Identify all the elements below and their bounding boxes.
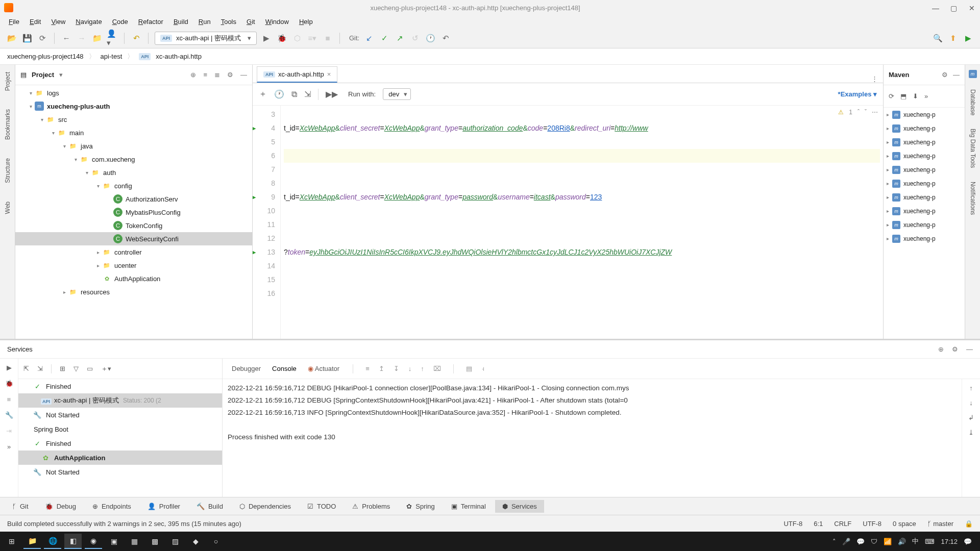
layout-icon[interactable]: ▭ (87, 365, 93, 372)
expand-icon[interactable]: ⇱ (23, 365, 29, 372)
gear-icon[interactable]: ⚙ (942, 71, 948, 79)
more-icon[interactable]: ⋯ (872, 109, 878, 116)
down-icon[interactable]: ˇ (865, 109, 867, 116)
menu-tools[interactable]: Tools (216, 16, 241, 27)
run-config-combo[interactable]: API xc-auth-api | 密码模式 ▾ (155, 32, 257, 45)
clear-icon[interactable]: ⌧ (433, 365, 441, 372)
debug-icon[interactable]: 🐞 (5, 380, 13, 387)
upload-icon[interactable]: ↑ (421, 365, 424, 372)
app3-icon[interactable]: ▩ (146, 534, 163, 549)
wrap-icon[interactable]: ↲ (968, 414, 974, 421)
close-button[interactable]: ✕ (969, 4, 976, 11)
database-strip-button[interactable]: Database (969, 87, 976, 117)
group-icon[interactable]: ⊞ (60, 365, 65, 372)
save-icon[interactable]: 💾 (21, 33, 33, 44)
git-commit-icon[interactable]: ✓ (379, 33, 390, 44)
tree-node[interactable]: ▾📁com.xuecheng (15, 153, 252, 166)
tree-node[interactable]: CMybatisPlusConfig (15, 206, 252, 219)
wechat-tray-icon[interactable]: 💬 (856, 538, 865, 545)
forward-icon[interactable]: → (76, 33, 87, 44)
scroll-up-icon[interactable]: ↥ (379, 365, 384, 372)
open-icon[interactable]: 📂 (6, 33, 17, 44)
menu-window[interactable]: Window (261, 16, 293, 27)
gear-icon[interactable]: ⚙ (952, 345, 958, 353)
tree-node[interactable]: ▾📁src (15, 113, 252, 126)
hide-icon[interactable]: — (953, 71, 960, 79)
git-clock-icon[interactable]: 🕐 (425, 33, 436, 44)
coverage-icon[interactable]: ⬡ (291, 33, 303, 44)
debug-icon[interactable]: 🐞 (276, 33, 287, 44)
split-icon[interactable]: ⫞ (481, 365, 485, 372)
console-tab[interactable]: Console (271, 363, 298, 374)
hide-icon[interactable]: — (966, 345, 973, 353)
web-strip-button[interactable]: Web (4, 198, 11, 217)
structure-strip-button[interactable]: Structure (4, 155, 11, 186)
tree-node[interactable]: CWebSecurityConfi (15, 232, 252, 245)
menu-view[interactable]: View (46, 16, 70, 27)
maven-node[interactable]: ▸mxuecheng-p (884, 163, 965, 177)
ide-update-icon[interactable]: ⬆ (947, 33, 959, 44)
dropdown-icon[interactable]: ▾ (59, 71, 63, 79)
stop-icon[interactable]: ■ (322, 33, 333, 44)
up-arrow-icon[interactable]: ↑ (969, 384, 973, 392)
tree-node[interactable]: ▸📁ucenter (15, 259, 252, 272)
reload-icon[interactable]: ⟳ (889, 92, 894, 100)
network-icon[interactable]: 📶 (884, 538, 892, 545)
maven-node[interactable]: ▸mxuecheng-p (884, 204, 965, 218)
actuator-tab[interactable]: ◉ Actuator (307, 363, 340, 374)
maven-node[interactable]: ▸mxuecheng-p (884, 218, 965, 232)
maven-node[interactable]: ▸mxuecheng-p (884, 177, 965, 190)
run-all-icon[interactable]: ▶▶ (326, 89, 338, 99)
locate-icon[interactable]: ⊕ (938, 345, 944, 353)
undo-arrow-icon[interactable]: ↶ (131, 33, 142, 44)
menu-edit[interactable]: Edit (25, 16, 45, 27)
wrench-icon[interactable]: 🔧 (5, 411, 13, 419)
layout-icon[interactable]: ▤ (466, 365, 472, 372)
tree-node[interactable]: ▸📁controller (15, 245, 252, 259)
project-tree[interactable]: ▾📁logs▾mxuecheng-plus-auth▾📁src▾📁main▾📁j… (15, 85, 252, 339)
tree-node[interactable]: ▾📁java (15, 139, 252, 153)
git-revert-icon[interactable]: ↶ (440, 33, 451, 44)
more-icon[interactable]: » (924, 92, 928, 100)
filter-icon[interactable]: ▽ (74, 365, 79, 372)
service-node[interactable]: APIxc-auth-api | 密码模式 Status: 200 (2 (18, 393, 222, 408)
tree-node[interactable]: ▾📁logs (15, 86, 252, 99)
maven-node[interactable]: ▸mxuecheng-p (884, 190, 965, 204)
tree-node[interactable]: CAuthorizationServ (15, 192, 252, 206)
copy-icon[interactable]: ⧉ (291, 90, 297, 99)
menu-help[interactable]: Help (295, 16, 317, 27)
bottom-tab-endpoints[interactable]: ⊕Endpoints (85, 500, 138, 513)
bottom-tab-todo[interactable]: ☑TODO (300, 500, 343, 513)
menu-code[interactable]: Code (108, 16, 133, 27)
chevron-up-icon[interactable]: ˄ (832, 538, 836, 545)
hide-icon[interactable]: — (240, 71, 247, 79)
add-request-icon[interactable]: ＋ (259, 89, 267, 99)
chrome-icon[interactable]: ◉ (85, 534, 102, 549)
service-node[interactable]: ✓Finished (18, 436, 222, 450)
scroll-down-icon[interactable]: ↧ (394, 365, 399, 372)
bookmarks-strip-button[interactable]: Bookmarks (4, 106, 11, 143)
caret-pos-label[interactable]: 6:1 (814, 520, 823, 528)
maven-strip-icon[interactable]: m (969, 70, 977, 78)
service-node[interactable]: ✓Finished (18, 379, 222, 393)
refresh-icon[interactable]: ⟳ (37, 33, 48, 44)
menu-build[interactable]: Build (169, 16, 193, 27)
service-node[interactable]: 🔧Not Started (18, 408, 222, 422)
menu-file[interactable]: File (4, 16, 24, 27)
minimize-button[interactable]: — (932, 4, 939, 11)
edge-icon[interactable]: 🌐 (44, 534, 61, 549)
gear-icon[interactable]: ⚙ (227, 71, 233, 79)
up-icon[interactable]: ˆ (857, 109, 860, 116)
git-history-icon[interactable]: ↺ (409, 33, 421, 44)
bigdata-strip-button[interactable]: Big Data Tools (969, 127, 976, 170)
tree-node[interactable]: ▸📁resources (15, 285, 252, 298)
examples-link[interactable]: Examples ▾ (838, 90, 877, 98)
inspection-widget[interactable]: ⚠ 1 ˆ ˇ ⋯ (838, 109, 878, 116)
bottom-tab-build[interactable]: 🔨Build (189, 500, 230, 513)
search-icon[interactable]: 🔍 (932, 33, 943, 44)
debugger-tab[interactable]: Debugger (231, 363, 262, 374)
maven-node[interactable]: ▸mxuecheng-p (884, 135, 965, 149)
profile-icon[interactable]: ≡▾ (307, 33, 318, 44)
soft-wrap-icon[interactable]: ≡ (365, 365, 370, 372)
encoding-label[interactable]: UTF-8 (783, 520, 802, 528)
